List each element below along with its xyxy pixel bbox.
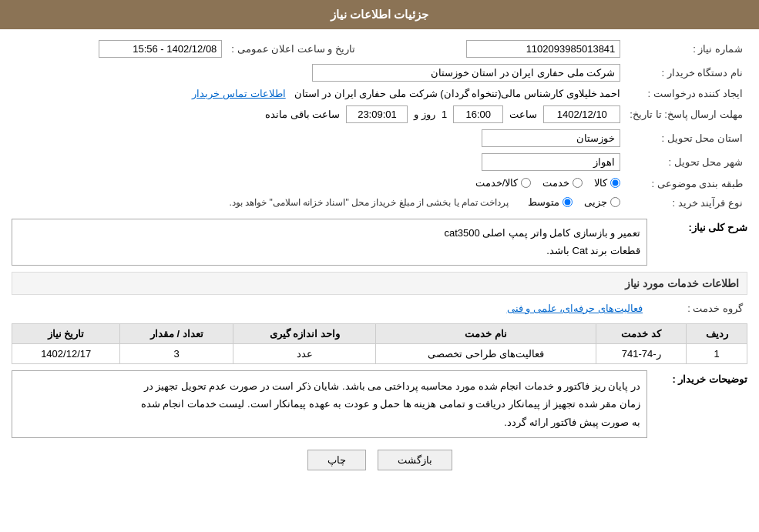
notes-section: توضیحات خریدار : در پایان ریز فاکتور و خ… <box>12 370 747 438</box>
col-service-code: کد خدمت <box>596 323 687 343</box>
category-value: کالا خدمت کالا/خدمت <box>12 174 625 193</box>
buyer-notes-label: توضیحات خریدار : <box>647 370 747 385</box>
main-content: شماره نیاز : 1102093985013841 تاریخ و سا… <box>0 29 759 486</box>
buyer-org-row: نام دستگاه خریدار : شرکت ملی حفاری ایران… <box>12 61 747 85</box>
service-group-value: فعالیت‌های حرفه‌ای، علمی و فنی <box>12 299 647 317</box>
announce-display: 1402/12/08 - 15:56 <box>99 40 222 58</box>
deadline-days-num: 1 <box>442 109 447 120</box>
page-title: جزئیات اطلاعات نیاز <box>331 8 428 21</box>
service-group-link[interactable]: فعالیت‌های حرفه‌ای، علمی و فنی <box>507 303 643 314</box>
notes-line2: زمان مقر شده تجهیز از پیمانکار دریافت و … <box>18 395 640 413</box>
city-value: اهواز <box>12 150 625 174</box>
deadline-countdown: 23:09:01 <box>346 105 408 123</box>
buyer-org-label: نام دستگاه خریدار : <box>625 61 747 85</box>
col-row-num: ردیف <box>687 323 747 343</box>
description-section-title: شرح کلی نیاز: <box>647 219 747 233</box>
description-content: تعمیر و بازسازی کامل واتر پمپ اصلی cat35… <box>12 219 647 266</box>
description-section: شرح کلی نیاز: تعمیر و بازسازی کامل واتر … <box>12 219 747 266</box>
cell-4: 3 <box>120 343 233 363</box>
purchase-type-value: جزیی متوسط پرداخت تمام یا بخشی از مبلغ خ… <box>12 193 625 212</box>
category-service-label: خدمت <box>542 177 569 189</box>
cell-0: 1 <box>687 343 747 363</box>
table-row: 1ر-74-741فعالیت‌های طراحی تخصصیعدد31402/… <box>12 343 747 363</box>
col-quantity: تعداد / مقدار <box>120 323 233 343</box>
category-label: طبقه بندی موضوعی : <box>625 174 747 193</box>
col-service-name: نام خدمت <box>376 323 596 343</box>
city-label: شهر محل تحویل : <box>625 150 747 174</box>
notes-content: در پایان ریز فاکتور و خدمات انجام شده مو… <box>12 370 647 438</box>
description-line1: تعمیر و بازسازی کامل واتر پمپ اصلی cat35… <box>18 224 640 242</box>
page-wrapper: جزئیات اطلاعات نیاز شماره نیاز : 1102093… <box>0 0 759 532</box>
creator-contact-link[interactable]: اطلاعات تماس خریدار <box>192 88 285 99</box>
city-display: اهواز <box>482 153 620 171</box>
creator-value: احمد خلیلاوی کارشناس مالی(تنخواه گردان) … <box>12 85 625 102</box>
announce-value: 1402/12/08 - 15:56 <box>12 37 227 61</box>
service-group-row: گروه خدمت : فعالیت‌های حرفه‌ای، علمی و ف… <box>12 299 747 317</box>
province-label: استان محل تحویل : <box>625 126 747 150</box>
deadline-value: 1402/12/10 ساعت 16:00 1 روز و 23:09:01 س… <box>12 102 625 126</box>
services-table-header: ردیف کد خدمت نام خدمت واحد اندازه گیری ت… <box>12 323 747 343</box>
page-header: جزئیات اطلاعات نیاز <box>0 0 759 29</box>
purchase-type-radio-medium[interactable] <box>563 197 573 207</box>
buttons-row: بازگشت چاپ <box>12 450 747 470</box>
notes-line3: به صورت پیش فاکتور ارائه گردد. <box>18 413 640 431</box>
services-section-title: اطلاعات خدمات مورد نیاز <box>12 272 747 295</box>
category-both-label: کالا/خدمت <box>475 177 519 189</box>
category-option-goods: کالا <box>594 177 620 189</box>
deadline-time-label: ساعت <box>509 109 537 120</box>
need-number-value: 1102093985013841 <box>360 37 625 61</box>
buyer-org-display: شرکت ملی حفاری ایران در استان خوزستان <box>312 64 620 82</box>
purchase-type-option-medium: متوسط <box>528 196 573 208</box>
purchase-type-option-small: جزیی <box>584 196 620 208</box>
category-goods-label: کالا <box>594 177 607 189</box>
back-button[interactable]: بازگشت <box>378 450 452 470</box>
cell-1: ر-74-741 <box>596 343 687 363</box>
category-radio-goods[interactable] <box>610 178 620 188</box>
deadline-day-label: روز و <box>414 109 435 120</box>
notes-box: در پایان ریز فاکتور و خدمات انجام شده مو… <box>12 370 647 438</box>
deadline-time: 16:00 <box>453 105 503 123</box>
category-radio-service[interactable] <box>573 178 583 188</box>
category-option-service: خدمت <box>542 177 583 189</box>
category-option-both: کالا/خدمت <box>475 177 532 189</box>
need-number-row: شماره نیاز : 1102093985013841 تاریخ و سا… <box>12 37 747 61</box>
description-box: تعمیر و بازسازی کامل واتر پمپ اصلی cat35… <box>12 219 647 266</box>
province-value: خوزستان <box>12 126 625 150</box>
info-table: شماره نیاز : 1102093985013841 تاریخ و سا… <box>12 37 747 212</box>
creator-name: احمد خلیلاوی کارشناس مالی(تنخواه گردان) … <box>294 88 621 99</box>
services-table: ردیف کد خدمت نام خدمت واحد اندازه گیری ت… <box>12 323 747 364</box>
creator-label: ایجاد کننده درخواست : <box>625 85 747 102</box>
category-radio-both[interactable] <box>521 178 531 188</box>
col-date: تاریخ نیاز <box>12 323 120 343</box>
deadline-countdown-label: ساعت باقی مانده <box>265 109 340 120</box>
purchase-type-row: نوع فرآیند خرید : جزیی متوسط پرداخت تمام… <box>12 193 747 212</box>
announce-label: تاریخ و ساعت اعلان عمومی : <box>227 37 360 61</box>
deadline-date: 1402/12/10 <box>543 105 620 123</box>
category-row: طبقه بندی موضوعی : کالا خدمت <box>12 174 747 193</box>
purchase-type-medium-label: متوسط <box>528 196 559 208</box>
cell-2: فعالیت‌های طراحی تخصصی <box>376 343 596 363</box>
buyer-org-value: شرکت ملی حفاری ایران در استان خوزستان <box>12 61 625 85</box>
description-line2: قطعات برند Cat باشد. <box>18 242 640 259</box>
purchase-type-note: پرداخت تمام یا بخشی از مبلغ خریداز محل "… <box>229 197 509 208</box>
cell-5: 1402/12/17 <box>12 343 120 363</box>
need-number-display: 1102093985013841 <box>466 40 620 58</box>
purchase-type-label: نوع فرآیند خرید : <box>625 193 747 212</box>
province-row: استان محل تحویل : خوزستان <box>12 126 747 150</box>
print-button[interactable]: چاپ <box>307 450 366 470</box>
purchase-type-radio-small[interactable] <box>610 197 620 207</box>
city-row: شهر محل تحویل : اهواز <box>12 150 747 174</box>
need-number-label: شماره نیاز : <box>625 37 747 61</box>
province-display: خوزستان <box>482 129 620 147</box>
service-group-label: گروه خدمت : <box>647 299 747 317</box>
deadline-row: مهلت ارسال پاسخ: تا تاریخ: 1402/12/10 سا… <box>12 102 747 126</box>
col-unit: واحد اندازه گیری <box>233 323 376 343</box>
cell-3: عدد <box>233 343 376 363</box>
purchase-type-small-label: جزیی <box>584 196 607 208</box>
creator-row: ایجاد کننده درخواست : احمد خلیلاوی کارشن… <box>12 85 747 102</box>
notes-line1: در پایان ریز فاکتور و خدمات انجام شده مو… <box>18 377 640 395</box>
service-group-table: گروه خدمت : فعالیت‌های حرفه‌ای، علمی و ف… <box>12 299 747 317</box>
deadline-label: مهلت ارسال پاسخ: تا تاریخ: <box>625 102 747 126</box>
